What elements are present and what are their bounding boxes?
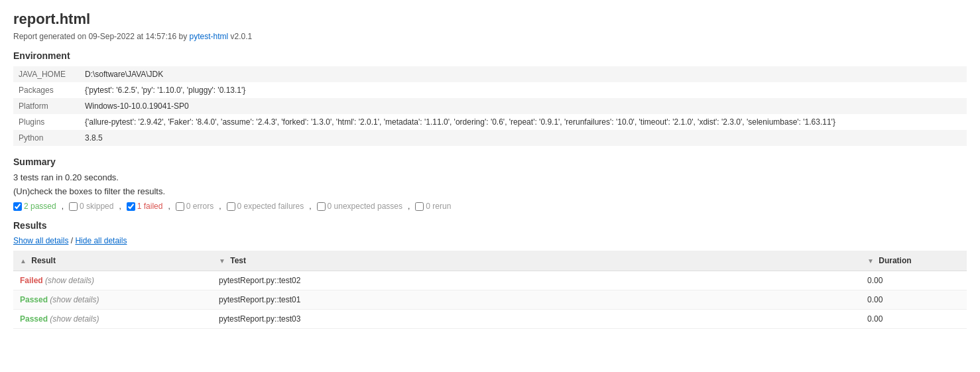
- duration-cell: 0.00: [861, 271, 967, 290]
- summary-stats: 3 tests ran in 0.20 seconds.: [13, 172, 967, 182]
- duration-cell: 0.00: [861, 290, 967, 310]
- results-table: ▲ Result ▼ Test ▼ Duration Failed (show …: [13, 251, 967, 329]
- env-value: 3.8.5: [80, 130, 967, 146]
- filter-separator: ,: [219, 202, 221, 211]
- test-name-cell: pytestReport.py::test03: [212, 310, 861, 329]
- col-result-label: Result: [31, 256, 56, 265]
- env-row: Plugins{'allure-pytest': '2.9.42', 'Fake…: [13, 114, 967, 130]
- sort-desc-icon-test: ▼: [219, 257, 225, 265]
- col-test-header[interactable]: ▼ Test: [212, 251, 861, 271]
- col-duration-header[interactable]: ▼ Duration: [861, 251, 967, 271]
- filter-item-rerun: 0 rerun: [415, 202, 451, 211]
- environment-table: JAVA_HOMED:\software\JAVA\JDKPackages{'p…: [13, 66, 967, 146]
- filter-label-skipped: 0 skipped: [80, 202, 113, 211]
- filter-checkbox-rerun[interactable]: [415, 202, 424, 211]
- col-result-header[interactable]: ▲ Result: [13, 251, 212, 271]
- env-value: {'allure-pytest': '2.9.42', 'Faker': '8.…: [80, 114, 967, 130]
- results-header-row: ▲ Result ▼ Test ▼ Duration: [13, 251, 967, 271]
- env-value: {'pytest': '6.2.5', 'py': '1.10.0', 'plu…: [80, 82, 967, 98]
- env-row: JAVA_HOMED:\software\JAVA\JDK: [13, 66, 967, 82]
- filter-separator: ,: [119, 202, 121, 211]
- filter-item-failed: 1 failed: [127, 202, 163, 211]
- env-key: Plugins: [13, 114, 80, 130]
- result-status: Passed: [20, 314, 48, 324]
- page-title: report.html: [13, 11, 967, 28]
- filter-checkbox-passed[interactable]: [13, 202, 22, 211]
- show-details-link[interactable]: (show details): [48, 295, 99, 304]
- filter-hint: (Un)check the boxes to filter the result…: [13, 186, 967, 196]
- col-duration-label: Duration: [879, 256, 911, 265]
- filter-label-xfailed: 0 expected failures: [237, 202, 304, 211]
- filter-item-errors: 0 errors: [176, 202, 214, 211]
- show-all-details-link[interactable]: Show all details: [13, 236, 68, 245]
- environment-heading: Environment: [13, 50, 967, 61]
- results-thead: ▲ Result ▼ Test ▼ Duration: [13, 251, 967, 271]
- hide-all-details-link[interactable]: Hide all details: [75, 236, 127, 245]
- result-status: Passed: [20, 295, 48, 304]
- report-meta: Report generated on 09-Sep-2022 at 14:57…: [13, 32, 967, 41]
- results-section: Results Show all details / Hide all deta…: [13, 220, 967, 329]
- report-meta-version: v2.0.1: [228, 32, 252, 41]
- env-key: Python: [13, 130, 80, 146]
- result-cell: Passed (show details): [13, 310, 212, 329]
- result-cell: Failed (show details): [13, 271, 212, 290]
- table-row: Passed (show details)pytestReport.py::te…: [13, 290, 967, 310]
- filter-item-xpassed: 0 unexpected passes: [317, 202, 402, 211]
- summary-section: Summary 3 tests ran in 0.20 seconds. (Un…: [13, 156, 967, 211]
- test-name-cell: pytestReport.py::test01: [212, 290, 861, 310]
- env-value: Windows-10-10.0.19041-SP0: [80, 98, 967, 114]
- filter-separator: ,: [168, 202, 170, 211]
- sort-desc-icon-duration: ▼: [867, 257, 874, 265]
- report-meta-text: Report generated on 09-Sep-2022 at 14:57…: [13, 32, 190, 41]
- filter-separator: ,: [309, 202, 311, 211]
- duration-cell: 0.00: [861, 310, 967, 329]
- table-row: Passed (show details)pytestReport.py::te…: [13, 310, 967, 329]
- env-row: Packages{'pytest': '6.2.5', 'py': '1.10.…: [13, 82, 967, 98]
- filter-checkbox-xpassed[interactable]: [317, 202, 326, 211]
- filter-label-passed: 2 passed: [24, 202, 56, 211]
- filter-separator: ,: [62, 202, 64, 211]
- results-tbody: Failed (show details)pytestReport.py::te…: [13, 271, 967, 329]
- env-key: Packages: [13, 82, 80, 98]
- details-links: Show all details / Hide all details: [13, 236, 967, 245]
- col-test-label: Test: [230, 256, 246, 265]
- filter-item-passed: 2 passed: [13, 202, 56, 211]
- pytest-html-link[interactable]: pytest-html: [190, 32, 229, 41]
- filter-item-skipped: 0 skipped: [69, 202, 113, 211]
- show-details-link[interactable]: (show details): [48, 314, 99, 324]
- result-cell: Passed (show details): [13, 290, 212, 310]
- filter-label-errors: 0 errors: [186, 202, 214, 211]
- result-status: Failed: [20, 276, 43, 285]
- filter-label-xpassed: 0 unexpected passes: [328, 202, 402, 211]
- filter-label-rerun: 0 rerun: [426, 202, 451, 211]
- env-key: Platform: [13, 98, 80, 114]
- env-row: Python3.8.5: [13, 130, 967, 146]
- test-name-cell: pytestReport.py::test02: [212, 271, 861, 290]
- filter-label-failed: 1 failed: [137, 202, 163, 211]
- filter-checkbox-failed[interactable]: [127, 202, 135, 211]
- env-value: D:\software\JAVA\JDK: [80, 66, 967, 82]
- show-details-link[interactable]: (show details): [43, 276, 94, 285]
- filter-item-xfailed: 0 expected failures: [227, 202, 304, 211]
- filter-separator: ,: [408, 202, 410, 211]
- filter-checkbox-skipped[interactable]: [69, 202, 78, 211]
- results-heading: Results: [13, 220, 967, 231]
- filter-row: 2 passed,0 skipped,1 failed,0 errors,0 e…: [13, 202, 967, 211]
- env-key: JAVA_HOME: [13, 66, 80, 82]
- filter-checkbox-xfailed[interactable]: [227, 202, 235, 211]
- summary-heading: Summary: [13, 156, 967, 167]
- sort-asc-icon: ▲: [20, 257, 27, 265]
- table-row: Failed (show details)pytestReport.py::te…: [13, 271, 967, 290]
- env-row: PlatformWindows-10-10.0.19041-SP0: [13, 98, 967, 114]
- filter-checkbox-errors[interactable]: [176, 202, 184, 211]
